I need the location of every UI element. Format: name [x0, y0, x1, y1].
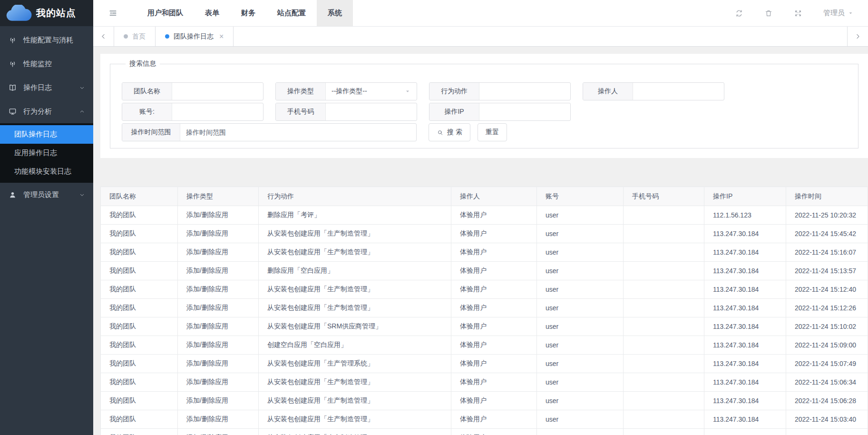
time-range-input[interactable] [180, 124, 416, 141]
table-cell: 2022-11-24 15:16:07 [786, 243, 868, 262]
table-cell: user [537, 243, 624, 262]
tabbar: 首页团队操作日志× [93, 26, 868, 47]
team-name-input[interactable] [172, 83, 263, 100]
sidebar-item-perf-monitor[interactable]: 性能监控 [0, 52, 93, 76]
monitor-icon [8, 107, 17, 116]
topnav-item-label: 系统 [328, 9, 342, 18]
chevron-down-icon [78, 84, 86, 91]
topnav-item-site-config[interactable]: 站点配置 [266, 0, 317, 26]
operation-type-field-group: 操作类型--操作类型-- [275, 82, 417, 100]
table-row: 我的团队添加/删除应用从安装包创建应用「生产制造管理」体验用户user113.2… [101, 280, 868, 299]
refresh-icon[interactable] [735, 9, 743, 18]
table-cell: 体验用户 [451, 317, 537, 336]
sidebar-subitem-label: 团队操作日志 [14, 130, 57, 139]
table-cell: 我的团队 [101, 280, 178, 299]
table-cell: 体验用户 [451, 299, 537, 317]
trash-icon[interactable] [764, 9, 773, 18]
tabs-scroll-right[interactable] [847, 27, 868, 46]
sidebar-item-perf-config[interactable]: 性能配置与消耗 [0, 28, 93, 52]
table-cell: 我的团队 [101, 243, 178, 262]
table-cell: 113.247.30.184 [704, 243, 786, 262]
fullscreen-icon[interactable] [794, 9, 802, 18]
table-cell [624, 373, 704, 392]
table-cell: 体验用户 [451, 355, 537, 373]
table-cell: 添加/删除应用 [178, 410, 259, 429]
operation-ip-input[interactable] [479, 103, 570, 120]
user-menu[interactable]: 管理员 [823, 9, 854, 18]
tabs-scroll-left[interactable] [93, 27, 114, 46]
topnav-item-users-teams[interactable]: 用户和团队 [137, 0, 194, 26]
menu-fold-icon[interactable] [108, 9, 117, 18]
column-header: 操作IP [704, 187, 786, 206]
table-cell: 113.247.30.184 [704, 299, 786, 317]
sidebar-item-behavior-analysis[interactable]: 行为分析 [0, 99, 93, 123]
table-cell: 2022-11-24 15:12:26 [786, 299, 868, 317]
table-row: 我的团队添加/删除应用创建空白应用「空白应用」体验用户user113.247.3… [101, 336, 868, 355]
table-row: 我的团队添加/删除应用从安装包创建应用「生产制造管理」体验用户user113.2… [101, 373, 868, 392]
table-cell: 2022-11-24 15:02:03 [786, 429, 868, 435]
book-icon [8, 83, 17, 92]
table-cell: 我的团队 [101, 429, 178, 435]
sidebar-item-label: 操作日志 [23, 83, 52, 92]
table-cell [624, 392, 704, 410]
table-cell: user [537, 299, 624, 317]
table-cell: 我的团队 [101, 392, 178, 410]
sidebar-item-admin-settings[interactable]: 管理员设置 [0, 183, 93, 207]
table-cell: 2022-11-24 15:45:42 [786, 225, 868, 243]
table-header-row: 团队名称操作类型行为动作操作人账号手机号码操作IP操作时间 [101, 187, 868, 206]
phone-label: 手机号码 [276, 103, 326, 120]
table-cell [624, 243, 704, 262]
topnav-item-label: 站点配置 [277, 9, 306, 18]
table-cell: 我的团队 [101, 355, 178, 373]
search-button[interactable]: 搜 索 [429, 123, 470, 141]
topnav-item-system[interactable]: 系统 [317, 0, 353, 26]
chevron-right-icon [854, 33, 861, 40]
sidebar-item-app-operation-log[interactable]: 应用操作日志 [0, 144, 93, 162]
table-cell: user [537, 280, 624, 299]
table-cell: 2022-11-25 10:20:32 [786, 206, 868, 225]
sidebar-item-operation-log[interactable]: 操作日志 [0, 76, 93, 99]
table-cell: 添加/删除应用 [178, 373, 259, 392]
table-row: 我的团队添加/删除应用从安装包创建应用「生产制造管理」体验用户user113.2… [101, 392, 868, 410]
table-row: 我的团队添加/删除应用从安装包创建应用「生产制造管理」体验用户user113.2… [101, 429, 868, 435]
brand-title: 我的站点 [36, 7, 76, 20]
phone-input[interactable] [326, 103, 417, 120]
chevron-down-icon [78, 191, 86, 198]
close-icon[interactable]: × [219, 33, 224, 40]
team-name-label: 团队名称 [122, 83, 172, 100]
table-cell: 我的团队 [101, 225, 178, 243]
table-cell: 体验用户 [451, 243, 537, 262]
time-range-field-group: 操作时间范围 [122, 123, 417, 141]
table-cell: 113.247.30.184 [704, 317, 786, 336]
sidebar-item-module-install-log[interactable]: 功能模块安装日志 [0, 162, 93, 181]
account-input[interactable] [172, 103, 263, 120]
operation-type-select-value: --操作类型-- [332, 87, 367, 96]
operation-type-select[interactable]: --操作类型-- [326, 83, 417, 100]
tab-home[interactable]: 首页 [114, 27, 156, 46]
person-icon [8, 190, 17, 199]
table-cell: user [537, 317, 624, 336]
operator-input[interactable] [633, 83, 724, 100]
table-cell: 体验用户 [451, 262, 537, 280]
sidebar-item-team-operation-log[interactable]: 团队操作日志 [0, 125, 93, 144]
table-cell: 添加/删除应用 [178, 225, 259, 243]
team-name-field-group: 团队名称 [122, 82, 263, 100]
action-input[interactable] [479, 83, 570, 100]
table-cell: 113.247.30.184 [704, 225, 786, 243]
table-cell: 删除应用「空白应用」 [259, 262, 451, 280]
table-cell: 我的团队 [101, 336, 178, 355]
table-cell: 113.247.30.184 [704, 280, 786, 299]
brand: 我的站点 [0, 0, 93, 26]
topnav-item-label: 表单 [205, 9, 219, 18]
table-cell: 113.247.30.184 [704, 410, 786, 429]
tab-team-operation-log[interactable]: 团队操作日志× [156, 27, 234, 46]
reset-button[interactable]: 重置 [478, 123, 507, 141]
chevron-up-icon [78, 108, 86, 115]
search-form-row: 账号:手机号码操作IP [122, 103, 848, 121]
table-cell: 创建空白应用「空白应用」 [259, 336, 451, 355]
topnav-item-finance[interactable]: 财务 [230, 0, 266, 26]
table-cell: 体验用户 [451, 410, 537, 429]
user-menu-label: 管理员 [823, 9, 845, 18]
table-cell: 2022-11-24 15:06:34 [786, 373, 868, 392]
topnav-item-forms[interactable]: 表单 [194, 0, 230, 26]
